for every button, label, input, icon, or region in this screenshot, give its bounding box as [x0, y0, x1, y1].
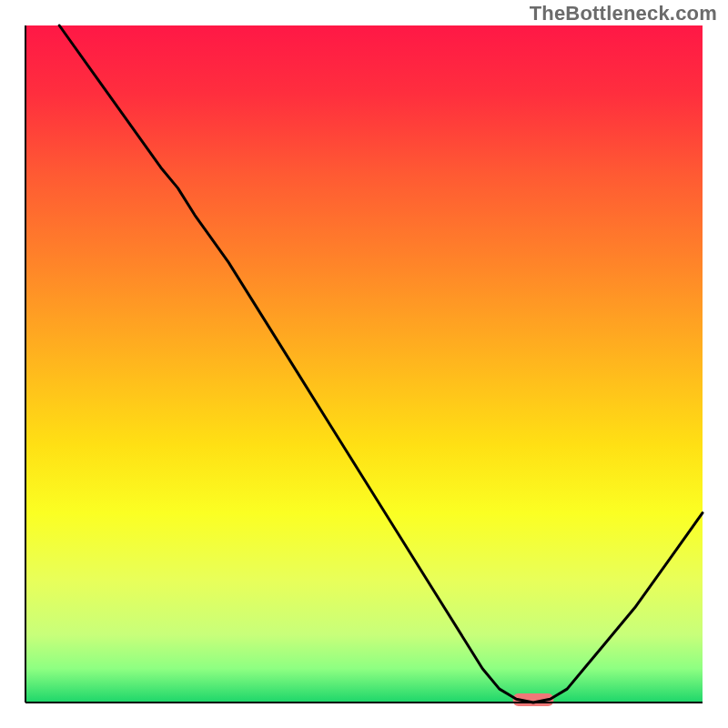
plot-area	[25, 25, 703, 703]
chart-canvas: TheBottleneck.com	[0, 0, 728, 728]
watermark-text: TheBottleneck.com	[530, 2, 717, 25]
chart-svg	[0, 0, 728, 728]
